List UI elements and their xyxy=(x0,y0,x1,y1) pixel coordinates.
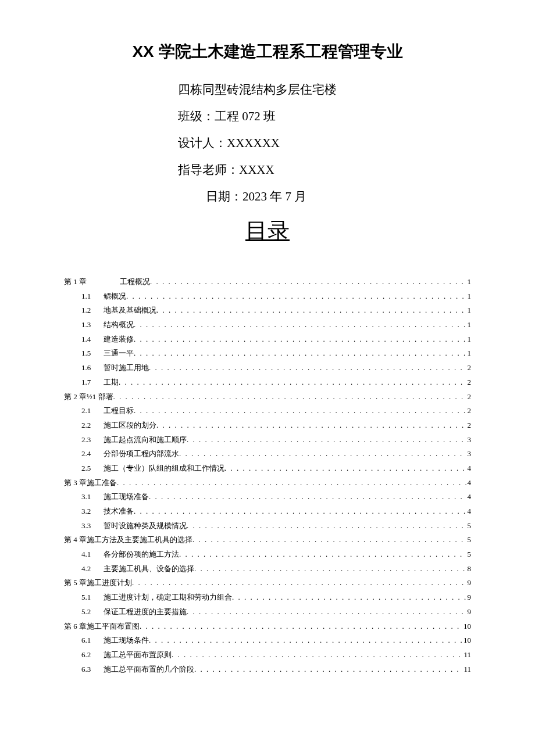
toc-dots xyxy=(172,648,462,662)
toc-item-page: 4 xyxy=(466,504,472,519)
toc-item-label: 分部份项工程内部流水 xyxy=(104,447,179,461)
toc-item-label: 施工现场条件 xyxy=(104,633,149,648)
toc-item-label: 施工（专业）队组的组成和工作情况 xyxy=(104,461,224,476)
toc-item-label: 施工进度计划，确定工期和劳动力组合 xyxy=(104,590,232,605)
toc-item-number: 2.3 xyxy=(81,433,104,447)
toc-item: 2.4分部份项工程内部流水 3 xyxy=(64,447,471,461)
toc-item: 4.2主要施工机具、设备的选择 8 xyxy=(64,562,471,576)
toc-item-number: 1.2 xyxy=(81,303,104,318)
toc-item: 第 6 章施工平面布置图 10 xyxy=(64,619,471,634)
toc-dots xyxy=(149,361,466,375)
toc-dots xyxy=(156,418,466,433)
toc-item-number: 第 5 章施工进度计划 xyxy=(64,576,132,590)
main-title: XX 学院土木建造工程系工程管理专业 xyxy=(64,41,471,63)
toc-item-page: 2 xyxy=(466,418,472,433)
toc-item: 2.2施工区段的划分 2 xyxy=(64,418,471,433)
toc-item-page: 9 xyxy=(466,576,472,590)
toc-item: 6.1施工现场条件 10 xyxy=(64,633,471,648)
toc-item: 3.2技术准备 4 xyxy=(64,504,471,519)
toc-item-label: 工期 xyxy=(104,375,119,390)
toc-item-number: 1.1 xyxy=(81,289,104,304)
toc-item-page: 3 xyxy=(466,447,472,461)
toc-item-label: 施工总平面布置的几个阶段 xyxy=(104,662,194,677)
toc-item-page: 5 xyxy=(466,547,472,562)
toc-item-page: 9 xyxy=(466,605,472,619)
toc-item-number: 2.1 xyxy=(81,404,104,418)
toc-item-label: 暂时施工用地 xyxy=(104,361,149,375)
toc-item-page: 1 xyxy=(466,318,472,332)
toc-item-number: 1.6 xyxy=(81,361,104,375)
toc-item-number: 4.1 xyxy=(81,547,104,562)
toc-dots xyxy=(113,390,466,404)
subtitle-designer: 设计人：XXXXXX xyxy=(64,135,471,151)
toc-item-page: 4 xyxy=(466,476,472,490)
toc-dots xyxy=(126,289,466,304)
toc-dots xyxy=(179,447,466,461)
toc-dots xyxy=(134,504,466,519)
toc-item: 1.2地基及基础概况 1 xyxy=(64,303,471,318)
toc-item-label: 施工现场准备 xyxy=(104,490,149,504)
toc-item: 第 2 章½1 部署 2 xyxy=(64,390,471,404)
toc-item-label: 三通一平 xyxy=(104,346,134,361)
toc-item-label: 各分部份项的施工方法 xyxy=(104,547,179,562)
toc-item-label: 结构概况 xyxy=(104,318,134,332)
toc-item-page: 1 xyxy=(466,332,472,347)
toc-dots xyxy=(117,476,466,490)
toc-item-label: 建造装修 xyxy=(104,332,134,347)
toc-item-page: 2 xyxy=(466,361,472,375)
toc-item-number: 第 6 章施工平面布置图 xyxy=(64,619,140,634)
toc-item-number: 第 3 章施工准备 xyxy=(64,476,117,490)
subtitle-date: 日期：2023 年 7 月 xyxy=(64,188,471,205)
toc-item-page: 1 xyxy=(466,275,472,289)
toc-item-number: 2.2 xyxy=(81,418,104,433)
toc-container: 第 1 章工程概况 11.1鳏概况 11.2地基及基础概况 11.3结构概况 1… xyxy=(64,275,471,676)
toc-item-page: 10 xyxy=(462,619,471,634)
toc-item: 6.2施工总平面布置原则 11 xyxy=(64,648,471,662)
toc-item-label: 施工区段的划分 xyxy=(104,418,156,433)
toc-dots xyxy=(179,547,466,562)
subtitle-project: 四栋同型砖混结构多层住宅楼 xyxy=(64,81,471,98)
toc-dots xyxy=(134,404,466,418)
toc-item-number: 第 4 章施工方法及主要施工机具的选择 xyxy=(64,533,192,547)
toc-item-label: 主要施工机具、设备的选择 xyxy=(104,562,194,576)
toc-item-number: 第 2 章½1 部署 xyxy=(64,390,113,404)
toc-item-number: 2.4 xyxy=(81,447,104,461)
toc-item-number: 6.1 xyxy=(81,633,104,648)
toc-item-number: 2.5 xyxy=(81,461,104,476)
toc-dots xyxy=(132,576,466,590)
toc-item-page: 1 xyxy=(466,346,472,361)
toc-item-page: 9 xyxy=(466,590,472,605)
toc-dots xyxy=(119,375,466,390)
toc-item-page: 2 xyxy=(466,375,472,390)
toc-item: 第 3 章施工准备 4 xyxy=(64,476,471,490)
toc-item-number: 1.3 xyxy=(81,318,104,332)
toc-item-number: 1.4 xyxy=(81,332,104,347)
toc-dots xyxy=(187,605,466,619)
toc-item: 4.1各分部份项的施工方法 5 xyxy=(64,547,471,562)
toc-dots xyxy=(192,533,466,547)
toc-item: 5.2保证工程进度的主要措施 9 xyxy=(64,605,471,619)
toc-dots xyxy=(156,303,466,318)
toc-item-page: 10 xyxy=(462,633,471,648)
subtitle-class: 班级：工程 072 班 xyxy=(64,108,471,124)
toc-dots xyxy=(194,662,462,677)
toc-heading: 目录 xyxy=(64,216,471,246)
toc-dots xyxy=(187,433,466,447)
toc-item-label: 保证工程进度的主要措施 xyxy=(104,605,187,619)
toc-item-page: 11 xyxy=(462,662,471,677)
toc-item: 6.3施工总平面布置的几个阶段 11 xyxy=(64,662,471,677)
toc-item-page: 11 xyxy=(462,648,471,662)
toc-item-page: 1 xyxy=(466,289,472,304)
toc-item-page: 2 xyxy=(466,404,472,418)
toc-item-page: 5 xyxy=(466,519,472,533)
toc-item-page: 8 xyxy=(466,562,472,576)
toc-item-page: 2 xyxy=(466,390,472,404)
toc-item: 1.4建造装修 1 xyxy=(64,332,471,347)
toc-item-number: 6.2 xyxy=(81,648,104,662)
toc-item-number: 第 1 章 xyxy=(64,275,120,289)
toc-dots xyxy=(149,490,466,504)
toc-item: 第 5 章施工进度计划 9 xyxy=(64,576,471,590)
toc-item-number: 5.1 xyxy=(81,590,104,605)
toc-item-label: 鳏概况 xyxy=(104,289,126,304)
toc-item-number: 5.2 xyxy=(81,605,104,619)
